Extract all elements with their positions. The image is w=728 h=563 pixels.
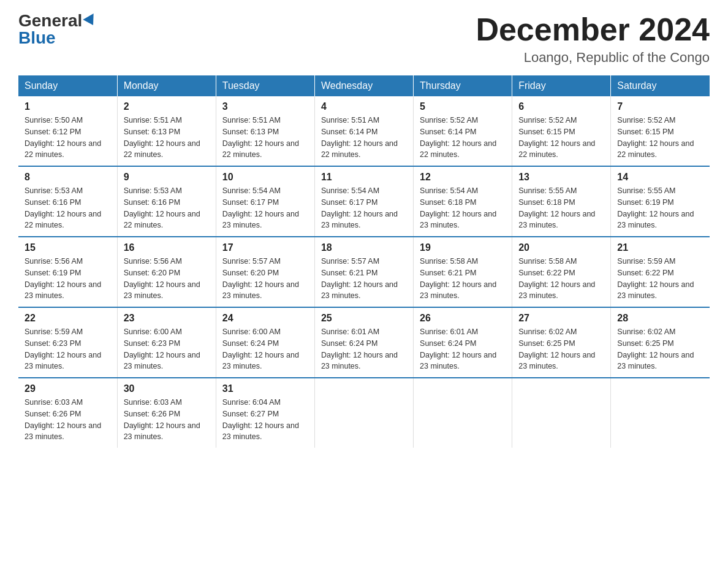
day-info: Sunrise: 5:59 AMSunset: 6:22 PMDaylight:… [617,256,703,302]
calendar-cell: 19 Sunrise: 5:58 AMSunset: 6:21 PMDaylig… [414,237,512,307]
calendar-cell: 16 Sunrise: 5:56 AMSunset: 6:20 PMDaylig… [117,237,216,307]
day-number: 6 [518,101,604,112]
day-number: 31 [222,383,308,394]
calendar-week-row: 29 Sunrise: 6:03 AMSunset: 6:26 PMDaylig… [18,378,710,448]
day-number: 27 [518,313,604,324]
day-number: 26 [420,313,506,324]
day-number: 30 [124,383,210,394]
calendar-week-row: 1 Sunrise: 5:50 AMSunset: 6:12 PMDayligh… [18,96,710,166]
day-info: Sunrise: 5:56 AMSunset: 6:20 PMDaylight:… [124,256,210,302]
day-info: Sunrise: 5:51 AMSunset: 6:14 PMDaylight:… [321,115,407,161]
day-number: 10 [222,172,308,183]
day-info: Sunrise: 5:54 AMSunset: 6:18 PMDaylight:… [420,185,506,231]
calendar-cell: 24 Sunrise: 6:00 AMSunset: 6:24 PMDaylig… [216,307,314,378]
calendar-cell: 12 Sunrise: 5:54 AMSunset: 6:18 PMDaylig… [414,166,512,237]
logo-general-text: General [18,12,82,29]
logo-blue-text: Blue [18,29,56,47]
day-info: Sunrise: 5:59 AMSunset: 6:23 PMDaylight:… [25,326,111,372]
calendar-cell: 17 Sunrise: 5:57 AMSunset: 6:20 PMDaylig… [216,237,314,307]
calendar-cell: 15 Sunrise: 5:56 AMSunset: 6:19 PMDaylig… [18,237,117,307]
day-info: Sunrise: 5:52 AMSunset: 6:14 PMDaylight:… [420,115,506,161]
calendar-cell: 6 Sunrise: 5:52 AMSunset: 6:15 PMDayligh… [512,96,611,166]
day-info: Sunrise: 6:01 AMSunset: 6:24 PMDaylight:… [420,326,506,372]
calendar-cell: 30 Sunrise: 6:03 AMSunset: 6:26 PMDaylig… [117,378,216,448]
title-area: December 2024 Loango, Republic of the Co… [476,12,710,66]
header-tuesday: Tuesday [216,75,314,96]
day-number: 1 [25,101,111,112]
calendar-cell: 18 Sunrise: 5:57 AMSunset: 6:21 PMDaylig… [314,237,413,307]
calendar-cell: 20 Sunrise: 5:58 AMSunset: 6:22 PMDaylig… [512,237,611,307]
day-info: Sunrise: 5:58 AMSunset: 6:21 PMDaylight:… [420,256,506,302]
page-header: General Blue December 2024 Loango, Repub… [18,12,710,66]
day-info: Sunrise: 6:04 AMSunset: 6:27 PMDaylight:… [222,397,308,443]
header-friday: Friday [512,75,611,96]
day-number: 22 [25,313,111,324]
day-number: 25 [321,313,407,324]
day-info: Sunrise: 6:02 AMSunset: 6:25 PMDaylight:… [518,326,604,372]
month-title: December 2024 [476,12,710,47]
day-info: Sunrise: 6:03 AMSunset: 6:26 PMDaylight:… [25,397,111,443]
calendar-cell: 23 Sunrise: 6:00 AMSunset: 6:23 PMDaylig… [117,307,216,378]
day-info: Sunrise: 6:00 AMSunset: 6:23 PMDaylight:… [124,326,210,372]
day-number: 15 [25,242,111,253]
calendar-cell: 4 Sunrise: 5:51 AMSunset: 6:14 PMDayligh… [314,96,413,166]
day-info: Sunrise: 6:01 AMSunset: 6:24 PMDaylight:… [321,326,407,372]
day-number: 13 [518,172,604,183]
calendar-cell: 13 Sunrise: 5:55 AMSunset: 6:18 PMDaylig… [512,166,611,237]
day-number: 8 [25,172,111,183]
day-number: 19 [420,242,506,253]
day-number: 16 [124,242,210,253]
day-info: Sunrise: 5:56 AMSunset: 6:19 PMDaylight:… [25,256,111,302]
header-wednesday: Wednesday [314,75,413,96]
header-thursday: Thursday [414,75,512,96]
day-info: Sunrise: 5:52 AMSunset: 6:15 PMDaylight:… [617,115,703,161]
header-monday: Monday [117,75,216,96]
calendar-cell [314,378,413,448]
day-info: Sunrise: 5:57 AMSunset: 6:21 PMDaylight:… [321,256,407,302]
calendar-cell: 25 Sunrise: 6:01 AMSunset: 6:24 PMDaylig… [314,307,413,378]
day-info: Sunrise: 6:00 AMSunset: 6:24 PMDaylight:… [222,326,308,372]
calendar-header: Sunday Monday Tuesday Wednesday Thursday… [18,75,710,96]
calendar-week-row: 8 Sunrise: 5:53 AMSunset: 6:16 PMDayligh… [18,166,710,237]
calendar-cell: 22 Sunrise: 5:59 AMSunset: 6:23 PMDaylig… [18,307,117,378]
day-number: 20 [518,242,604,253]
calendar-cell: 27 Sunrise: 6:02 AMSunset: 6:25 PMDaylig… [512,307,611,378]
day-info: Sunrise: 5:58 AMSunset: 6:22 PMDaylight:… [518,256,604,302]
header-row: Sunday Monday Tuesday Wednesday Thursday… [18,75,710,96]
calendar-cell: 11 Sunrise: 5:54 AMSunset: 6:17 PMDaylig… [314,166,413,237]
day-info: Sunrise: 5:55 AMSunset: 6:19 PMDaylight:… [617,185,703,231]
day-number: 11 [321,172,407,183]
day-number: 28 [617,313,703,324]
calendar-cell: 14 Sunrise: 5:55 AMSunset: 6:19 PMDaylig… [611,166,710,237]
calendar-week-row: 22 Sunrise: 5:59 AMSunset: 6:23 PMDaylig… [18,307,710,378]
day-info: Sunrise: 5:52 AMSunset: 6:15 PMDaylight:… [518,115,604,161]
header-sunday: Sunday [18,75,117,96]
day-number: 24 [222,313,308,324]
calendar-table: Sunday Monday Tuesday Wednesday Thursday… [18,75,710,448]
calendar-cell: 3 Sunrise: 5:51 AMSunset: 6:13 PMDayligh… [216,96,314,166]
calendar-body: 1 Sunrise: 5:50 AMSunset: 6:12 PMDayligh… [18,96,710,448]
day-number: 29 [25,383,111,394]
calendar-cell: 8 Sunrise: 5:53 AMSunset: 6:16 PMDayligh… [18,166,117,237]
logo-triangle-icon [83,13,99,28]
location-title: Loango, Republic of the Congo [476,50,710,66]
calendar-cell: 21 Sunrise: 5:59 AMSunset: 6:22 PMDaylig… [611,237,710,307]
calendar-cell: 26 Sunrise: 6:01 AMSunset: 6:24 PMDaylig… [414,307,512,378]
day-info: Sunrise: 6:02 AMSunset: 6:25 PMDaylight:… [617,326,703,372]
day-number: 12 [420,172,506,183]
header-saturday: Saturday [611,75,710,96]
day-info: Sunrise: 5:51 AMSunset: 6:13 PMDaylight:… [222,115,308,161]
calendar-cell: 9 Sunrise: 5:53 AMSunset: 6:16 PMDayligh… [117,166,216,237]
calendar-cell [414,378,512,448]
day-number: 3 [222,101,308,112]
day-number: 7 [617,101,703,112]
day-info: Sunrise: 5:54 AMSunset: 6:17 PMDaylight:… [321,185,407,231]
day-number: 14 [617,172,703,183]
calendar-cell: 28 Sunrise: 6:02 AMSunset: 6:25 PMDaylig… [611,307,710,378]
day-info: Sunrise: 5:57 AMSunset: 6:20 PMDaylight:… [222,256,308,302]
day-number: 5 [420,101,506,112]
calendar-cell: 10 Sunrise: 5:54 AMSunset: 6:17 PMDaylig… [216,166,314,237]
day-number: 21 [617,242,703,253]
calendar-week-row: 15 Sunrise: 5:56 AMSunset: 6:19 PMDaylig… [18,237,710,307]
calendar-cell: 2 Sunrise: 5:51 AMSunset: 6:13 PMDayligh… [117,96,216,166]
